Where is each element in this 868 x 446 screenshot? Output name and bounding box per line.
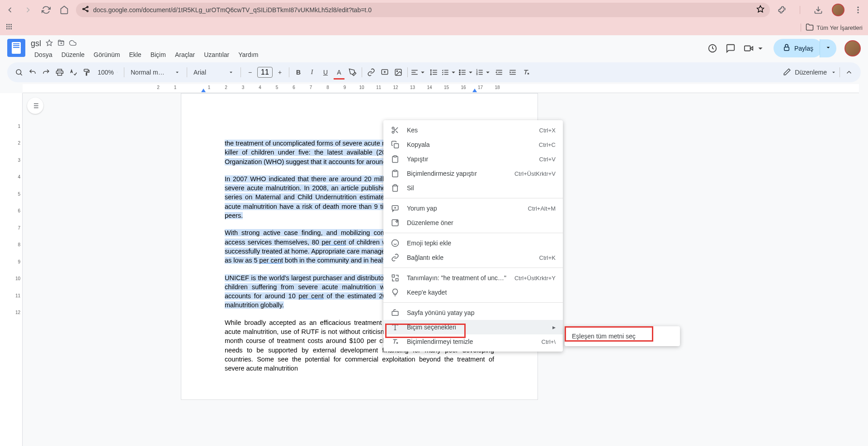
svg-rect-7	[6, 24, 8, 25]
browser-menu-icon[interactable]	[852, 4, 864, 16]
menu-insert[interactable]: Ekle	[125, 49, 145, 60]
folder-icon	[806, 23, 814, 33]
outline-toggle-button[interactable]	[27, 98, 43, 114]
context-menu-label: Keep'e kaydet	[407, 289, 548, 296]
paste-icon	[391, 169, 400, 178]
ruler-tick: 3	[18, 157, 20, 162]
downloads-icon[interactable]	[812, 4, 825, 16]
bold-button[interactable]: B	[292, 66, 305, 79]
context-menu-label: Eşleşen tüm metni seç	[572, 333, 673, 340]
rotate-icon	[391, 309, 400, 317]
svg-rect-36	[394, 156, 396, 157]
context-menu[interactable]: KesCtrl+XKopyalaCtrl+CYapıştırCtrl+VBiçi…	[383, 120, 563, 352]
context-menu-item[interactable]: Sayfa yönünü yatay yap	[383, 305, 563, 320]
increase-indent-button[interactable]	[506, 66, 519, 79]
search-menus-icon[interactable]	[13, 66, 25, 79]
context-menu-item[interactable]: YapıştırCtrl+V	[383, 152, 563, 166]
menu-help[interactable]: Yardım	[235, 49, 262, 60]
context-menu-item[interactable]: Emoji tepki ekle	[383, 236, 563, 250]
insert-image-button[interactable]	[392, 66, 405, 79]
share-button[interactable]: Paylaş	[774, 39, 822, 57]
menu-tools[interactable]: Araçlar	[171, 49, 198, 60]
insert-comment-button[interactable]	[378, 66, 391, 79]
decrease-indent-button[interactable]	[493, 66, 505, 79]
paragraph-style-select[interactable]: Normal m…	[127, 69, 184, 76]
star-icon[interactable]	[46, 39, 53, 48]
spellcheck-icon[interactable]	[67, 66, 80, 79]
font-select[interactable]: Arial	[190, 69, 238, 76]
menu-format[interactable]: Biçim	[147, 49, 170, 60]
bulleted-list-button[interactable]	[458, 66, 475, 79]
menu-extensions[interactable]: Uzantılar	[200, 49, 233, 60]
meet-icon[interactable]	[744, 43, 765, 53]
vertical-ruler[interactable]: 123456789101112	[0, 93, 23, 446]
svg-point-29	[459, 74, 460, 75]
apps-grid-icon[interactable]	[5, 23, 14, 32]
back-button[interactable]	[4, 4, 16, 16]
context-menu-item[interactable]: Sil	[383, 181, 563, 195]
context-menu-item[interactable]: Keep'e kaydet	[383, 285, 563, 300]
docs-logo-icon[interactable]	[7, 39, 25, 57]
text-color-button[interactable]: A	[333, 66, 345, 79]
all-bookmarks-button[interactable]: Tüm Yer İşaretleri	[806, 23, 863, 33]
context-menu-item[interactable]: Düzenleme öner	[383, 216, 563, 230]
context-menu-item[interactable]: KesCtrl+X	[383, 123, 563, 137]
context-menu-item[interactable]: KopyalaCtrl+C	[383, 137, 563, 152]
document-title[interactable]: gsl	[31, 39, 41, 48]
share-dropdown[interactable]	[820, 39, 836, 57]
menu-view[interactable]: Görünüm	[90, 49, 123, 60]
redo-icon[interactable]	[40, 66, 52, 79]
context-menu-label: Emoji tepki ekle	[407, 239, 548, 247]
svg-rect-9	[10, 24, 12, 25]
print-icon[interactable]	[53, 66, 66, 79]
format-icon	[391, 323, 400, 331]
link-icon	[391, 254, 400, 262]
context-menu-item[interactable]: Biçim seçenekleri▸	[383, 320, 563, 334]
highlight-color-button[interactable]	[346, 66, 359, 79]
insert-link-button[interactable]	[365, 66, 377, 79]
font-size-decrease[interactable]: −	[244, 66, 256, 79]
font-size-increase[interactable]: +	[274, 66, 286, 79]
menu-file[interactable]: Dosya	[31, 49, 56, 60]
context-menu-item[interactable]: Biçimlendirmeyi temizleCtrl+\	[383, 334, 563, 349]
bookmark-star-icon[interactable]	[756, 5, 764, 15]
underline-button[interactable]: U	[319, 66, 332, 79]
home-button[interactable]	[58, 4, 71, 16]
svg-rect-13	[6, 28, 8, 29]
account-avatar[interactable]	[844, 40, 861, 56]
site-info-icon[interactable]	[81, 5, 90, 15]
zoom-select[interactable]: 100%	[94, 69, 121, 76]
address-bar[interactable]: docs.google.com/document/d/1tR5KLg_urOTm…	[76, 3, 770, 17]
collapse-toolbar-button[interactable]	[843, 66, 855, 79]
undo-icon[interactable]	[26, 66, 39, 79]
context-menu-item[interactable]: Tanımlayın: "he treatment of unc…"Ctrl+Ü…	[383, 271, 563, 285]
svg-rect-35	[394, 144, 399, 148]
paint-format-icon[interactable]	[80, 66, 93, 79]
context-menu-item[interactable]: Bağlantı ekleCtrl+K	[383, 250, 563, 265]
extensions-icon[interactable]	[775, 4, 788, 16]
menu-edit[interactable]: Düzenle	[58, 49, 88, 60]
align-button[interactable]	[410, 66, 427, 79]
shortcut-label: Ctrl+\	[542, 338, 556, 345]
reload-button[interactable]	[40, 4, 52, 16]
horizontal-ruler[interactable]: 21123456789101112131415161718	[0, 84, 868, 93]
numbered-list-button[interactable]: 123	[476, 66, 492, 79]
context-menu-item[interactable]: Yorum yapCtrl+Alt+M	[383, 201, 563, 216]
move-icon[interactable]	[57, 39, 65, 48]
svg-rect-19	[784, 47, 789, 51]
profile-avatar[interactable]	[832, 4, 844, 16]
context-menu-item[interactable]: Biçimlendirmesiz yapıştırCtrl+ÜstKrktr+V	[383, 166, 563, 181]
shortcut-label: Ctrl+X	[539, 127, 556, 134]
context-submenu-item[interactable]: Eşleşen tüm metni seç	[565, 329, 680, 343]
comments-icon[interactable]	[726, 43, 736, 53]
history-icon[interactable]	[708, 43, 717, 53]
context-submenu[interactable]: Eşleşen tüm metni seç	[565, 326, 680, 346]
context-menu-label: Düzenleme öner	[407, 219, 548, 226]
line-spacing-button[interactable]	[428, 66, 440, 79]
clear-formatting-button[interactable]	[520, 66, 533, 79]
cloud-status-icon[interactable]	[69, 39, 76, 48]
editing-mode-select[interactable]: Düzenleme	[783, 68, 837, 77]
checklist-button[interactable]	[441, 66, 458, 79]
italic-button[interactable]: I	[306, 66, 318, 79]
font-size-input[interactable]: 11	[257, 67, 273, 78]
